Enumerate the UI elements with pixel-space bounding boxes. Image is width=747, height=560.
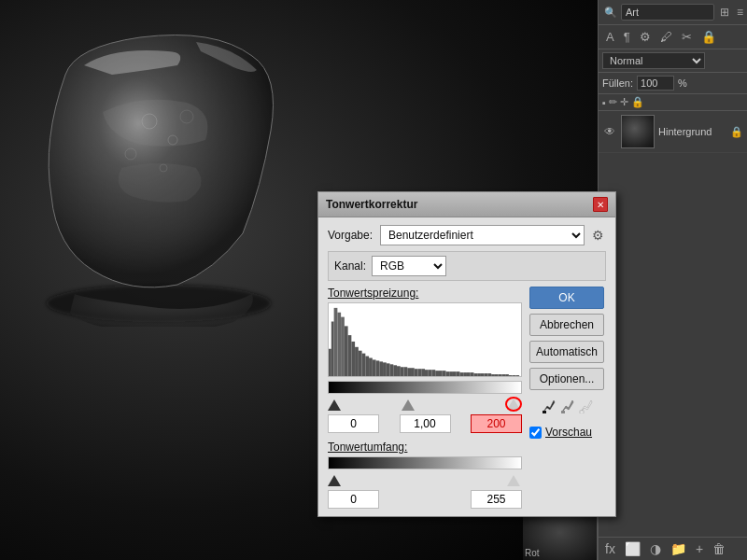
panel-header: 🔍 ⊞ ≡ xyxy=(599,0,747,25)
svg-rect-22 xyxy=(383,362,387,376)
paragraph-icon[interactable]: ¶ xyxy=(620,28,634,46)
midpoint-input[interactable]: 1,00 xyxy=(400,414,451,433)
preset-label: Vorgabe: xyxy=(328,229,374,242)
white-point-slider[interactable] xyxy=(507,398,520,411)
svg-rect-11 xyxy=(345,326,348,376)
output-black-input[interactable]: 0 xyxy=(328,490,379,509)
histogram xyxy=(328,302,522,377)
channel-row: Kanal: RGB xyxy=(328,251,606,281)
layer-visibility-icon[interactable]: 👁 xyxy=(602,124,617,139)
dialog-close-button[interactable]: ✕ xyxy=(593,197,608,212)
opacity-percent: % xyxy=(678,77,687,89)
mini-thumb-label: Rot xyxy=(525,548,540,558)
channel-select[interactable]: RGB xyxy=(372,256,446,276)
main-content: Tonwertspreizung: xyxy=(328,287,606,509)
input-gradient-bar xyxy=(328,381,522,394)
add-mask-btn[interactable]: ⬜ xyxy=(622,540,643,557)
layer-item-background[interactable]: 👁 Hintergrund 🔒 xyxy=(599,111,747,153)
svg-rect-37 xyxy=(435,371,439,376)
svg-rect-6 xyxy=(329,349,331,376)
panel-footer: fx ⬜ ◑ 📁 + 🗑 xyxy=(599,537,747,560)
cancel-button[interactable]: Abbrechen xyxy=(529,314,604,336)
svg-rect-30 xyxy=(411,368,415,376)
output-gradient-bar xyxy=(328,456,522,469)
svg-rect-48 xyxy=(473,373,477,376)
output-slider-track[interactable] xyxy=(328,471,522,486)
eyedropper-white-btn[interactable] xyxy=(579,399,594,417)
svg-rect-63 xyxy=(580,411,584,413)
midpoint-slider[interactable] xyxy=(402,399,415,411)
svg-rect-58 xyxy=(509,375,513,376)
svg-rect-59 xyxy=(513,375,516,376)
white-point-input[interactable]: 200 xyxy=(471,414,522,433)
output-white-slider[interactable] xyxy=(507,475,520,486)
svg-rect-40 xyxy=(445,371,449,376)
blend-mode-select[interactable]: Normal xyxy=(602,52,705,69)
preset-select[interactable]: Benutzerdefiniert xyxy=(380,225,585,245)
svg-rect-7 xyxy=(331,322,334,377)
tool6-icon[interactable]: 🔒 xyxy=(698,28,720,46)
add-group-btn[interactable]: 📁 xyxy=(668,540,689,557)
add-layer-btn[interactable]: + xyxy=(693,540,706,557)
add-style-btn[interactable]: fx xyxy=(602,540,618,557)
ice-cube-image xyxy=(28,19,308,327)
svg-rect-13 xyxy=(351,342,355,376)
options-button[interactable]: Optionen... xyxy=(529,368,604,390)
svg-rect-38 xyxy=(439,371,443,376)
preset-menu-btn[interactable]: ⚙ xyxy=(590,228,606,243)
svg-rect-25 xyxy=(393,365,397,376)
svg-rect-45 xyxy=(463,372,467,376)
svg-rect-41 xyxy=(449,371,453,376)
svg-rect-53 xyxy=(491,374,495,376)
black-point-input[interactable]: 0 xyxy=(328,414,379,433)
auto-button[interactable]: Automatisch xyxy=(529,341,604,363)
black-point-slider[interactable] xyxy=(328,399,341,411)
tool5-icon[interactable]: ✂ xyxy=(678,28,696,46)
ok-button[interactable]: OK xyxy=(529,287,604,309)
search-input[interactable] xyxy=(621,4,714,21)
add-adjustment-btn[interactable]: ◑ xyxy=(647,540,664,557)
layers-toolbar: ▪ ✏ ✛ 🔒 xyxy=(599,94,747,111)
layer-lock-indicator: 🔒 xyxy=(730,126,743,138)
panel-menu-icon[interactable]: ≡ xyxy=(735,6,745,19)
lock-transparent-icon: ▪ xyxy=(602,97,606,108)
output-black-slider[interactable] xyxy=(328,475,341,486)
opacity-input[interactable] xyxy=(637,76,674,91)
tool4-icon[interactable]: 🖊 xyxy=(656,28,676,46)
svg-rect-16 xyxy=(362,354,366,376)
svg-rect-12 xyxy=(348,335,352,376)
svg-rect-17 xyxy=(365,357,369,376)
layer-name: Hintergrund xyxy=(658,126,726,137)
preset-row: Vorgabe: Benutzerdefiniert ⚙ xyxy=(328,225,606,245)
eyedropper-gray-btn[interactable] xyxy=(560,399,575,417)
input-slider-track[interactable] xyxy=(328,396,522,411)
svg-rect-32 xyxy=(418,369,422,376)
tool3-icon[interactable]: ⚙ xyxy=(636,28,655,46)
output-white-input[interactable]: 255 xyxy=(471,490,522,509)
svg-rect-56 xyxy=(501,374,505,376)
delete-layer-btn[interactable]: 🗑 xyxy=(710,540,728,557)
svg-rect-39 xyxy=(443,371,446,376)
input-values-row: 0 1,00 200 xyxy=(328,414,522,433)
preview-checkbox[interactable] xyxy=(529,427,542,439)
svg-rect-62 xyxy=(561,411,565,413)
dialog-titlebar: Tonwertkorrektur ✕ xyxy=(318,192,615,217)
histogram-controls: Tonwertspreizung: xyxy=(328,287,522,509)
opacity-row: Füllen: % xyxy=(599,73,747,94)
svg-rect-46 xyxy=(467,372,471,376)
eyedropper-black-btn[interactable] xyxy=(542,399,557,417)
blend-mode-row: Normal xyxy=(599,49,747,73)
svg-rect-9 xyxy=(337,313,341,376)
svg-rect-34 xyxy=(425,370,429,376)
svg-rect-27 xyxy=(401,367,404,376)
tone-spread-label: Tonwertspreizung: xyxy=(328,287,522,300)
svg-rect-57 xyxy=(505,374,509,376)
output-section: Tonwertumfang: 0 255 xyxy=(328,441,522,509)
arrange-icon[interactable]: ⊞ xyxy=(718,6,731,19)
svg-rect-23 xyxy=(387,363,390,376)
svg-rect-50 xyxy=(481,373,485,376)
svg-rect-49 xyxy=(477,373,481,376)
svg-rect-42 xyxy=(453,371,457,376)
svg-rect-52 xyxy=(487,373,491,376)
character-icon[interactable]: A xyxy=(602,28,618,46)
